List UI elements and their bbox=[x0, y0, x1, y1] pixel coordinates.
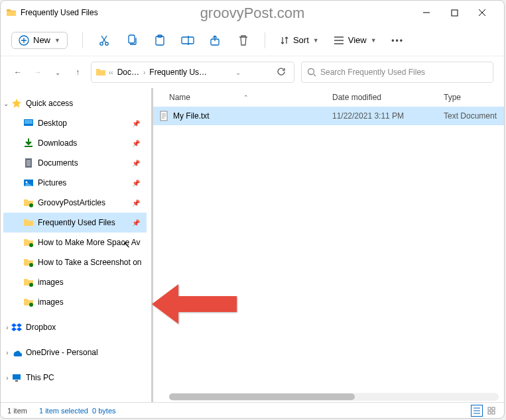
view-button[interactable]: View ▼ bbox=[334, 35, 377, 45]
rename-button[interactable] bbox=[181, 34, 194, 47]
nav-item-frequently-used-files[interactable]: Frequently Used Files 📌 bbox=[3, 213, 147, 233]
svg-rect-22 bbox=[15, 380, 18, 382]
nav-item-groovypostarticles[interactable]: GroovyPostArticles 📌 bbox=[3, 193, 147, 213]
minimize-button[interactable] bbox=[422, 8, 431, 17]
status-item-count: 1 item bbox=[7, 407, 27, 415]
onedrive-icon bbox=[11, 347, 22, 358]
share-button[interactable] bbox=[209, 34, 222, 47]
pin-icon[interactable]: 📌 bbox=[132, 120, 144, 127]
delete-button[interactable] bbox=[237, 34, 250, 47]
new-button[interactable]: New ▼ bbox=[11, 32, 68, 49]
nav-label: How to Make More Space Av bbox=[38, 238, 141, 247]
pin-icon[interactable]: 📌 bbox=[132, 160, 144, 167]
watermark: groovyPost.com bbox=[200, 5, 305, 22]
recent-chevron[interactable]: ⌄ bbox=[51, 66, 64, 79]
separator bbox=[265, 32, 265, 48]
horizontal-scrollbar[interactable] bbox=[169, 393, 499, 401]
nav-item-images-1[interactable]: images bbox=[3, 272, 147, 292]
address-row: ← → ⌄ ↑ ‹‹ Doc… › Frequently Us… ⌄ Searc… bbox=[1, 56, 504, 88]
chevron-down-icon: ▼ bbox=[54, 37, 60, 44]
navigation-pane: ⌄ Quick access Desktop 📌 Downloads 📌 Doc… bbox=[1, 88, 149, 402]
refresh-button[interactable] bbox=[273, 67, 290, 78]
breadcrumb-seg[interactable]: Frequently Us… bbox=[148, 68, 208, 77]
thumbnails-view-button[interactable] bbox=[485, 405, 497, 417]
breadcrumb-seg[interactable]: Doc… bbox=[116, 68, 141, 77]
details-view-button[interactable] bbox=[471, 405, 483, 417]
nav-item-dropbox[interactable]: › Dropbox bbox=[3, 317, 147, 337]
svg-rect-5 bbox=[156, 36, 164, 45]
maximize-button[interactable] bbox=[450, 8, 459, 17]
status-bar: 1 item 1 item selected 0 bytes bbox=[1, 402, 504, 418]
nav-item-images-2[interactable]: images bbox=[3, 292, 147, 312]
nav-label: images bbox=[38, 297, 64, 307]
nav-item-how-to-screenshot[interactable]: How to Take a Screenshot on bbox=[3, 252, 147, 272]
explorer-window: Frequently Used Files groovyPost.com New… bbox=[0, 0, 505, 419]
view-icon bbox=[334, 36, 344, 44]
pin-icon[interactable]: 📌 bbox=[132, 180, 144, 187]
nav-item-onedrive[interactable]: › OneDrive - Personal bbox=[3, 342, 147, 362]
back-button[interactable]: ← bbox=[11, 66, 25, 79]
svg-rect-21 bbox=[13, 374, 21, 380]
collapse-icon[interactable]: ⌄ bbox=[2, 100, 10, 107]
nav-label: Desktop bbox=[38, 119, 67, 128]
search-icon bbox=[307, 68, 316, 77]
svg-rect-7 bbox=[182, 37, 194, 44]
column-date[interactable]: Date modified bbox=[332, 93, 444, 102]
folder-icon bbox=[23, 297, 34, 307]
nav-label: Documents bbox=[38, 158, 78, 168]
up-button[interactable]: ↑ bbox=[71, 66, 84, 79]
pin-icon[interactable]: 📌 bbox=[132, 219, 144, 227]
more-button[interactable]: ••• bbox=[391, 34, 405, 47]
nav-label: GroovyPostArticles bbox=[38, 198, 105, 207]
scrollbar-thumb[interactable] bbox=[169, 394, 355, 400]
status-size: 0 bytes bbox=[92, 407, 115, 415]
chevron-down-icon[interactable]: ⌄ bbox=[235, 69, 241, 76]
separator bbox=[82, 32, 83, 48]
chevron-left-icon[interactable]: ‹‹ bbox=[109, 69, 113, 76]
nav-item-desktop[interactable]: Desktop 📌 bbox=[3, 113, 147, 133]
folder-icon bbox=[23, 277, 34, 288]
expand-icon[interactable]: › bbox=[3, 374, 11, 382]
sort-indicator-icon: ⌃ bbox=[243, 94, 249, 101]
nav-label: Dropbox bbox=[26, 323, 56, 332]
nav-item-how-to-space[interactable]: How to Make More Space Av bbox=[3, 233, 147, 252]
folder-icon bbox=[23, 257, 34, 268]
star-icon bbox=[11, 98, 22, 109]
column-type[interactable]: Type bbox=[444, 93, 461, 102]
expand-icon[interactable]: › bbox=[3, 349, 11, 356]
copy-button[interactable] bbox=[125, 34, 139, 47]
column-headers: Name ⌃ Date modified Type bbox=[153, 88, 504, 107]
nav-item-pictures[interactable]: Pictures 📌 bbox=[3, 173, 147, 193]
file-row[interactable]: My File.txt 11/22/2021 3:11 PM Text Docu… bbox=[153, 107, 504, 125]
expand-icon[interactable]: › bbox=[3, 324, 11, 331]
sort-button[interactable]: Sort ▼ bbox=[280, 35, 319, 45]
pin-icon[interactable]: 📌 bbox=[132, 199, 144, 207]
close-button[interactable] bbox=[477, 8, 487, 17]
column-name[interactable]: Name ⌃ bbox=[169, 93, 332, 102]
pin-icon[interactable]: 📌 bbox=[132, 140, 144, 147]
svg-rect-4 bbox=[129, 35, 135, 43]
svg-point-18 bbox=[29, 263, 33, 267]
nav-item-documents[interactable]: Documents 📌 bbox=[3, 153, 147, 173]
toolbar: New ▼ Sort ▼ View ▼ ••• bbox=[1, 25, 504, 56]
search-input[interactable]: Search Frequently Used Files bbox=[301, 62, 493, 83]
nav-item-this-pc[interactable]: › This PC bbox=[3, 368, 147, 388]
svg-rect-26 bbox=[488, 411, 491, 414]
nav-item-downloads[interactable]: Downloads 📌 bbox=[3, 133, 147, 153]
svg-rect-27 bbox=[492, 411, 495, 414]
svg-point-3 bbox=[105, 42, 108, 44]
file-date: 11/22/2021 3:11 PM bbox=[332, 111, 444, 121]
paste-button[interactable] bbox=[153, 34, 166, 47]
quick-access-header[interactable]: ⌄ Quick access bbox=[3, 93, 147, 113]
search-placeholder: Search Frequently Used Files bbox=[320, 68, 425, 77]
folder-icon bbox=[95, 67, 106, 78]
titlebar: Frequently Used Files groovyPost.com bbox=[1, 1, 504, 25]
address-bar[interactable]: ‹‹ Doc… › Frequently Us… ⌄ bbox=[91, 62, 294, 83]
svg-rect-24 bbox=[488, 407, 491, 410]
plus-circle-icon bbox=[19, 35, 29, 46]
cut-button[interactable] bbox=[97, 34, 111, 47]
dropbox-icon bbox=[11, 322, 22, 333]
forward-button[interactable]: → bbox=[31, 66, 44, 79]
new-button-label: New bbox=[33, 35, 50, 45]
nav-label: How to Take a Screenshot on bbox=[38, 258, 142, 267]
